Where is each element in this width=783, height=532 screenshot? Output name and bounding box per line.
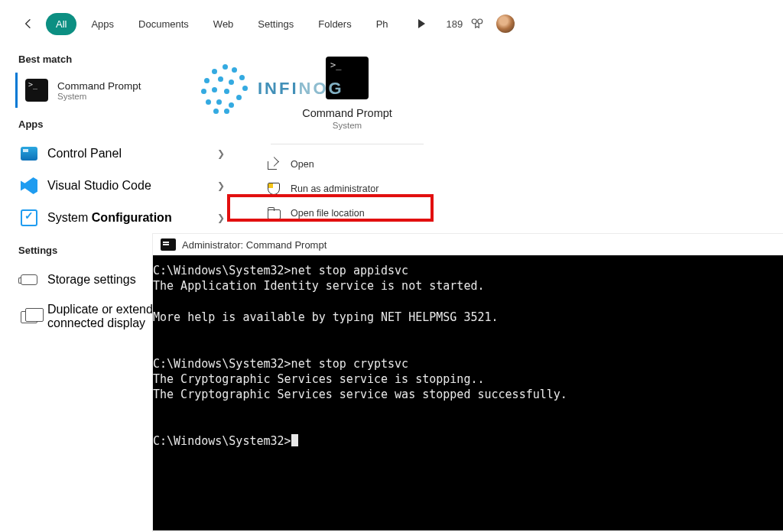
action-label: Run as administrator — [291, 183, 379, 194]
app-row-vscode[interactable]: Visual Studio Code ❯ — [15, 170, 240, 202]
filter-pill-web[interactable]: Web — [203, 13, 244, 35]
storage-icon — [21, 274, 37, 285]
rewards-points[interactable]: 189 — [447, 18, 463, 30]
control-panel-icon — [21, 147, 37, 161]
scroll-right-icon[interactable] — [418, 19, 425, 28]
rewards-icon[interactable] — [470, 17, 484, 31]
shield-admin-icon — [268, 183, 280, 195]
app-row-system-configuration[interactable]: System Configuration ❯ — [15, 202, 240, 234]
app-row-control-panel[interactable]: Control Panel ❯ — [15, 138, 240, 170]
app-label: System Configuration — [47, 211, 172, 225]
window-title: Administrator: Command Prompt — [182, 239, 327, 251]
action-label: Open — [291, 159, 314, 170]
arrow-left-icon — [22, 18, 34, 30]
app-label: Control Panel — [47, 147, 122, 161]
filter-pill-photos[interactable]: Ph — [366, 13, 398, 35]
svg-point-0 — [473, 19, 477, 24]
app-label: Visual Studio Code — [47, 179, 151, 193]
best-match-title: Command Prompt — [57, 80, 141, 92]
watermark-globe-icon — [201, 64, 250, 113]
user-avatar[interactable] — [496, 15, 515, 33]
filter-pill-documents[interactable]: Documents — [128, 13, 199, 35]
filter-pill-settings[interactable]: Settings — [248, 13, 304, 35]
filter-pill-folders[interactable]: Folders — [308, 13, 361, 35]
chevron-right-icon: ❯ — [217, 148, 225, 159]
cursor-icon — [291, 434, 298, 446]
best-match-heading: Best match — [18, 54, 240, 65]
display-duplicate-icon — [21, 311, 37, 323]
open-icon — [268, 158, 280, 170]
filter-pill-all[interactable]: All — [46, 13, 76, 35]
action-open[interactable]: Open — [240, 152, 454, 177]
divider — [271, 144, 424, 144]
svg-point-1 — [478, 19, 482, 24]
best-match-subtitle: System — [57, 92, 141, 101]
search-filter-bar: All Apps Documents Web Settings Folders … — [0, 0, 783, 47]
detail-subtitle: System — [240, 121, 454, 130]
watermark-text: INFINOG — [258, 79, 344, 99]
annotation-highlight — [227, 194, 434, 222]
apps-heading: Apps — [18, 118, 240, 130]
setting-label: Storage settings — [47, 273, 136, 287]
cmd-titlebar-icon — [161, 238, 176, 251]
system-configuration-icon — [21, 209, 37, 226]
vscode-icon — [21, 177, 37, 194]
terminal-output[interactable]: C:\Windows\System32>net stop appidsvc Th… — [153, 255, 783, 530]
watermark: INFINOG — [201, 64, 344, 113]
chevron-right-icon: ❯ — [217, 212, 225, 223]
command-prompt-window: Administrator: Command Prompt C:\Windows… — [153, 234, 783, 532]
titlebar[interactable]: Administrator: Command Prompt — [153, 234, 783, 255]
cmd-icon — [25, 79, 48, 102]
back-button[interactable] — [15, 11, 41, 37]
chevron-right-icon: ❯ — [217, 180, 225, 191]
filter-pill-apps[interactable]: Apps — [81, 13, 124, 35]
